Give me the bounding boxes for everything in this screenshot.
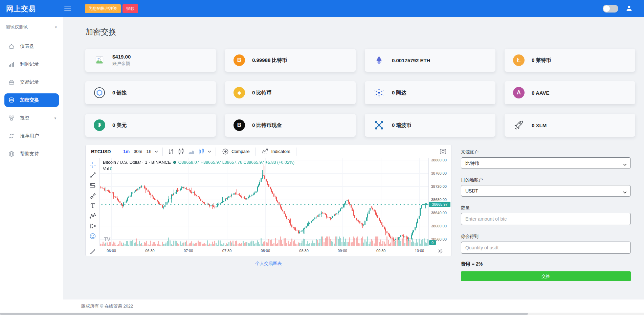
fib-retracement-icon[interactable]: [89, 182, 96, 189]
price-tick-label: 38600.00: [431, 224, 447, 228]
chevron-down-icon[interactable]: [155, 149, 158, 154]
receive-label: 你会得到: [461, 233, 631, 240]
xrp-icon: [373, 119, 385, 131]
withdraw-button[interactable]: 提款: [123, 4, 138, 13]
coin-card-label: 0 AAVE: [532, 90, 550, 96]
balance-label: 账户余额: [112, 61, 131, 67]
amount-input[interactable]: [461, 213, 631, 225]
personal-chart-link[interactable]: 个人交易图表: [85, 261, 452, 267]
sidebar-item[interactable]: 推荐用户: [0, 129, 63, 143]
source-account-select[interactable]: 比特币: [461, 157, 631, 169]
volume-legend: Vol 0: [103, 166, 112, 171]
time-tick-label: 10:00: [415, 249, 424, 253]
sidebar-item[interactable]: 帮助支持: [0, 147, 63, 161]
brush-icon[interactable]: [89, 192, 96, 199]
interval-button[interactable]: 1h: [144, 149, 153, 154]
sidebar: 测试仪测试 ▾ 仪表盘 利润记录 交易记录 加密交换: [0, 17, 63, 313]
chart-column: BTCUSD 1m30m1h: [85, 145, 452, 267]
coin-card-label: 0.00175792 ETH: [392, 58, 430, 63]
chart-style-candles-icon[interactable]: [177, 148, 185, 155]
coin-card-label: 0 瑞波币: [392, 122, 412, 129]
forecast-tool-icon[interactable]: [89, 222, 96, 230]
xabcd-pattern-icon[interactable]: [89, 212, 96, 220]
settings-gear-icon[interactable]: [437, 248, 443, 254]
time-tick-label: 09:30: [376, 249, 386, 253]
price-axis[interactable]: 38800.0038760.0038720.0038680.0038640.00…: [428, 158, 451, 246]
sidebar-item[interactable]: 交易记录: [0, 75, 63, 89]
account-selector[interactable]: 测试仪测试 ▾: [0, 17, 63, 35]
coin-card-label: 0 阿达: [392, 90, 406, 96]
theme-toggle[interactable]: [603, 5, 618, 13]
tradingview-logo[interactable]: TV: [104, 237, 110, 243]
compare-plus-icon: [222, 148, 229, 155]
coin-card: 0 瑞波币: [365, 114, 495, 137]
status-dot: [173, 161, 176, 164]
trade-section: BTCUSD 1m30m1h: [85, 145, 635, 281]
sidebar-item-label: 推荐用户: [20, 133, 39, 139]
receive-input[interactable]: [461, 242, 631, 254]
chart-style-hollow-candles-icon[interactable]: [198, 148, 205, 155]
sidebar-item-label: 加密交换: [20, 97, 39, 103]
destination-account-label: 目的地账户: [461, 177, 631, 183]
destination-account-select[interactable]: USDT: [461, 185, 631, 197]
symbol-label[interactable]: BTCUSD: [89, 149, 115, 154]
drawing-toolbar: [86, 158, 100, 246]
time-axis[interactable]: 06:0006:3007:0007:3008:0008:3009:0009:30…: [100, 246, 428, 256]
price-tick-label: 38800.00: [431, 158, 447, 162]
trend-line-icon[interactable]: [89, 172, 96, 179]
indicators-icon: [261, 148, 269, 155]
hamburger-menu-icon[interactable]: [64, 6, 71, 11]
emoji-tool-icon[interactable]: [89, 232, 96, 240]
crosshair-icon[interactable]: [89, 161, 96, 169]
interval-group: 1m30m1h: [121, 149, 153, 154]
toggle-knob: [603, 5, 610, 12]
compare-button[interactable]: Compare: [219, 148, 252, 155]
coin-card-label: 0 美元: [112, 122, 127, 129]
page-title: 加密交换: [85, 27, 635, 37]
volume-badge: 0: [429, 240, 436, 245]
top-header: 网上交易 为您的帐户注资 提款: [0, 0, 644, 17]
deposit-button[interactable]: 为您的帐户注资: [85, 4, 121, 13]
recycle-icon: [8, 133, 15, 139]
chevron-down-icon: ▾: [54, 116, 56, 120]
coin-card: B 0.99988 比特币: [225, 49, 356, 72]
chart-plot: Bitcoin / U.S. Dollar · 1 · BINANCE O386…: [100, 158, 428, 246]
sidebar-nav: 仪表盘 利润记录 交易记录 加密交换 投资 ▾: [0, 40, 63, 161]
interval-button[interactable]: 1m: [121, 149, 132, 154]
camera-snapshot-icon[interactable]: [439, 148, 447, 155]
sidebar-item-label: 交易记录: [20, 79, 39, 85]
coin-card: 0.00175792 ETH: [365, 49, 495, 72]
candlestick-chart[interactable]: [100, 158, 428, 246]
swap-button[interactable]: 交换: [461, 271, 631, 281]
horizontal-scrollbar-thumb[interactable]: [0, 313, 528, 315]
chart-style-area-icon[interactable]: [187, 148, 195, 155]
price-tick-label: 38720.00: [431, 184, 447, 188]
ltc-icon: Ł: [513, 54, 525, 66]
app-title: 网上交易: [6, 4, 36, 14]
xlm-icon: [513, 119, 525, 131]
chart-toolbar: BTCUSD 1m30m1h: [86, 145, 451, 158]
text-tool-icon[interactable]: [89, 202, 96, 209]
chevron-down-icon[interactable]: [208, 149, 211, 154]
legend-ohlc: O38658.07 H38665.97 L38657.76 C38665.97 …: [178, 160, 294, 165]
sidebar-item[interactable]: 加密交换: [4, 93, 59, 107]
briefcase-icon: [8, 79, 15, 86]
sidebar-item[interactable]: 仪表盘: [0, 40, 63, 53]
interval-button[interactable]: 30m: [132, 149, 144, 154]
user-profile-icon[interactable]: [626, 5, 632, 12]
link-icon: [93, 87, 106, 99]
fee-line: 费用 = 2%: [461, 261, 631, 267]
bch-icon: B: [233, 119, 245, 131]
copyright-text: 版权所有 © 在线贸易 2022: [81, 303, 133, 309]
measure-tool-icon[interactable]: [90, 248, 96, 254]
sidebar-item[interactable]: 利润记录: [0, 58, 63, 71]
sidebar-item[interactable]: 投资 ▾: [0, 111, 63, 125]
chart-style-bars-icon[interactable]: [167, 148, 175, 155]
indicators-button[interactable]: Indicators: [259, 148, 293, 155]
usdt-icon: ₮: [93, 119, 106, 131]
coin-card: 0 XLM: [505, 114, 635, 137]
bars-icon: [8, 61, 15, 68]
ada-icon: [373, 87, 385, 99]
coin-card-label: 0 链接: [112, 90, 127, 96]
coin-card-label: 0 莱特币: [532, 57, 551, 64]
